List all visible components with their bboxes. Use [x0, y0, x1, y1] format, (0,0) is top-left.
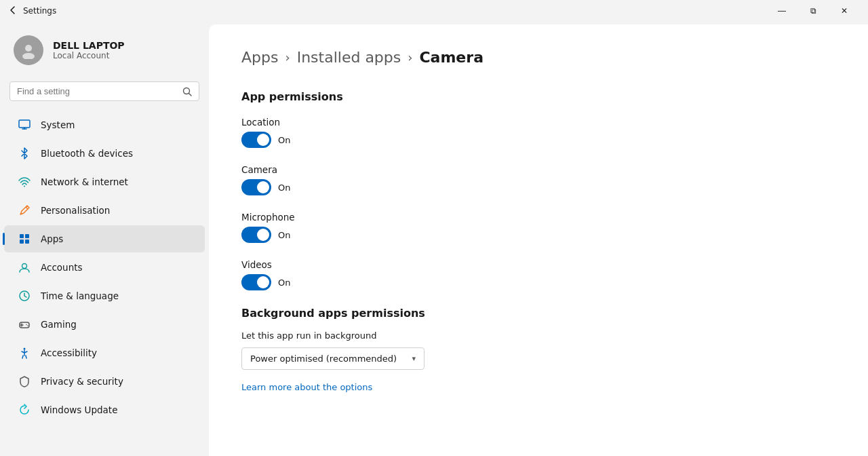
camera-toggle[interactable]: [241, 179, 271, 195]
update-icon: [18, 403, 31, 417]
svg-rect-4: [19, 120, 30, 128]
svg-rect-12: [25, 240, 29, 244]
breadcrumb: Apps › Installed apps › Camera: [241, 49, 835, 66]
window-controls: — ⧉ ✕: [766, 0, 860, 22]
system-icon: [18, 118, 31, 132]
sidebar-item-apps[interactable]: Apps: [4, 225, 205, 252]
personalisation-icon: [18, 204, 31, 217]
svg-point-0: [25, 45, 32, 52]
profile-section: DELL LAPTOP Local Account: [0, 22, 209, 79]
privacy-icon: [18, 375, 31, 388]
sidebar-item-personalisation[interactable]: Personalisation: [4, 197, 205, 224]
location-toggle[interactable]: [241, 132, 271, 148]
breadcrumb-sep-2: ›: [408, 50, 412, 64]
permission-camera: Camera On: [241, 164, 835, 195]
sidebar-item-label: System: [41, 119, 75, 130]
time-icon: [18, 289, 31, 303]
svg-line-3: [189, 93, 192, 96]
permission-videos-label: Videos: [241, 259, 835, 270]
search-input[interactable]: [17, 86, 177, 96]
window-title: Settings: [23, 6, 766, 16]
profile-name: DELL LAPTOP: [53, 40, 125, 51]
main-content: Apps › Installed apps › Camera App permi…: [209, 24, 868, 456]
sidebar-item-time[interactable]: Time & language: [4, 282, 205, 309]
bg-dropdown[interactable]: Power optimised (recommended) ▾: [241, 347, 425, 370]
sidebar-item-label: Accessibility: [41, 347, 97, 358]
toggle-row-camera: On: [241, 179, 835, 195]
svg-point-1: [22, 53, 35, 59]
bg-permissions-section: Background apps permissions Let this app…: [241, 307, 835, 393]
svg-point-20: [24, 348, 26, 350]
chevron-down-icon: ▾: [412, 354, 416, 363]
close-button[interactable]: ✕: [829, 0, 860, 22]
sidebar-item-label: Network & internet: [41, 176, 128, 187]
app-permissions-section: App permissions Location On Camera On M: [241, 90, 835, 290]
search-box[interactable]: [9, 81, 199, 101]
nav-menu: System Bluetooth & devices: [0, 108, 209, 427]
sidebar-item-label: Gaming: [41, 319, 77, 330]
sidebar-item-label: Apps: [41, 233, 63, 244]
permission-location: Location On: [241, 117, 835, 148]
sidebar-item-update[interactable]: Windows Update: [4, 396, 205, 423]
back-icon[interactable]: [8, 5, 18, 18]
svg-rect-10: [25, 234, 29, 238]
sidebar-item-label: Personalisation: [41, 205, 110, 216]
svg-point-18: [26, 324, 27, 326]
sidebar-item-label: Windows Update: [41, 404, 117, 415]
breadcrumb-current: Camera: [419, 49, 484, 66]
search-icon: [182, 87, 192, 96]
toggle-row-videos: On: [241, 274, 835, 290]
location-toggle-label: On: [278, 135, 290, 145]
sidebar-item-accounts[interactable]: Accounts: [4, 254, 205, 281]
bg-sub-label: Let this app run in background: [241, 330, 835, 341]
permission-microphone: Microphone On: [241, 212, 835, 243]
gaming-icon: [18, 318, 31, 331]
minimize-button[interactable]: —: [766, 0, 797, 22]
accounts-icon: [18, 261, 31, 274]
svg-point-13: [22, 264, 27, 269]
bg-dropdown-value: Power optimised (recommended): [250, 354, 397, 364]
learn-more-link[interactable]: Learn more about the options: [241, 382, 372, 392]
breadcrumb-installed-apps[interactable]: Installed apps: [297, 49, 401, 66]
restore-button[interactable]: ⧉: [797, 0, 829, 22]
profile-text: DELL LAPTOP Local Account: [53, 40, 125, 60]
sidebar-item-network[interactable]: Network & internet: [4, 168, 205, 195]
avatar: [14, 35, 43, 65]
apps-icon: [18, 232, 31, 246]
permission-microphone-label: Microphone: [241, 212, 835, 223]
sidebar-item-label: Accounts: [41, 262, 83, 273]
svg-rect-9: [20, 234, 24, 238]
sidebar-item-bluetooth[interactable]: Bluetooth & devices: [4, 140, 205, 167]
sidebar-item-label: Bluetooth & devices: [41, 148, 133, 159]
app-permissions-title: App permissions: [241, 90, 835, 103]
app-body: DELL LAPTOP Local Account: [0, 22, 868, 456]
sidebar-item-label: Time & language: [41, 290, 119, 301]
camera-toggle-label: On: [278, 183, 290, 193]
videos-toggle-label: On: [278, 278, 290, 288]
accessibility-icon: [18, 346, 31, 360]
toggle-row-location: On: [241, 132, 835, 148]
permission-camera-label: Camera: [241, 164, 835, 175]
permission-location-label: Location: [241, 117, 835, 128]
title-bar: Settings — ⧉ ✕: [0, 0, 868, 22]
bg-permissions-title: Background apps permissions: [241, 307, 835, 320]
permission-videos: Videos On: [241, 259, 835, 290]
microphone-toggle-label: On: [278, 230, 290, 240]
sidebar-item-gaming[interactable]: Gaming: [4, 311, 205, 338]
breadcrumb-sep-1: ›: [285, 50, 290, 64]
bluetooth-icon: [18, 147, 31, 160]
breadcrumb-apps[interactable]: Apps: [241, 49, 278, 66]
videos-toggle[interactable]: [241, 274, 271, 290]
svg-point-7: [24, 186, 25, 187]
toggle-row-microphone: On: [241, 227, 835, 243]
sidebar-item-system[interactable]: System: [4, 111, 205, 138]
svg-rect-11: [20, 240, 24, 244]
profile-sub: Local Account: [53, 51, 125, 60]
microphone-toggle[interactable]: [241, 227, 271, 243]
svg-line-8: [26, 207, 28, 209]
sidebar-item-accessibility[interactable]: Accessibility: [4, 339, 205, 366]
network-icon: [18, 175, 31, 189]
svg-point-19: [27, 325, 28, 326]
sidebar-item-label: Privacy & security: [41, 376, 123, 387]
sidebar-item-privacy[interactable]: Privacy & security: [4, 368, 205, 395]
